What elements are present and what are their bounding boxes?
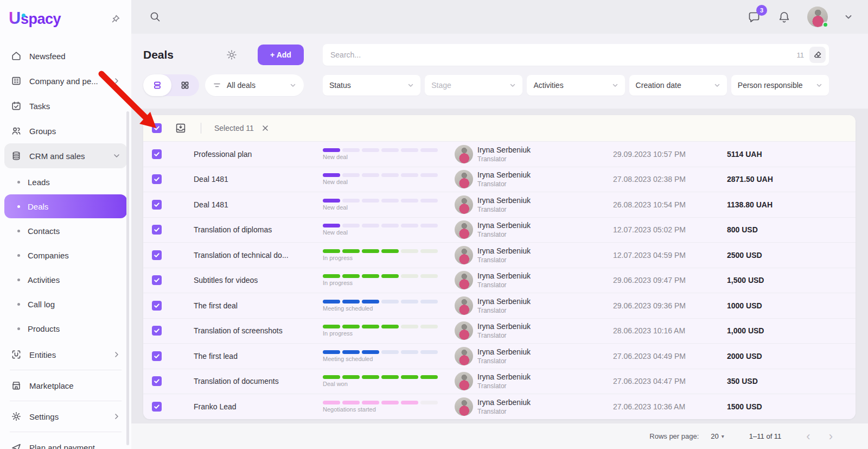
row-checkbox[interactable] — [152, 326, 162, 336]
sidebar-item-products[interactable]: Products — [4, 317, 127, 340]
deal-amount: 1000 USD — [727, 301, 856, 310]
sidebar-item-settings[interactable]: Settings — [4, 404, 127, 429]
sidebar-item-activities[interactable]: Activities — [4, 268, 127, 292]
person-role: Translator — [477, 256, 613, 264]
person-role: Translator — [477, 206, 613, 213]
responsible-person: Iryna SerbeniukTranslator — [477, 322, 613, 339]
sidebar-item-companies[interactable]: Companies — [4, 243, 127, 267]
stage-segment — [401, 274, 418, 278]
filter-dropdown-activities[interactable]: Activities — [527, 75, 624, 96]
select-all-checkbox[interactable] — [152, 123, 162, 133]
table-row[interactable]: Franko LeadNegotiations startedIryna Ser… — [143, 394, 856, 419]
table-row[interactable]: Translation of technical do...In progres… — [143, 242, 856, 268]
stage-segment — [362, 325, 379, 328]
person-name: Iryna Serbeniuk — [477, 322, 613, 331]
chevron-down-icon[interactable] — [844, 12, 853, 21]
rows-per-page-select[interactable]: 20 ▾ — [711, 432, 724, 440]
uspacy-logo[interactable]: U spacy — [9, 9, 61, 28]
deal-name[interactable]: Translation of technical do... — [185, 251, 314, 260]
next-page-button[interactable]: › — [829, 431, 833, 442]
user-avatar[interactable] — [807, 7, 828, 27]
row-checkbox[interactable] — [152, 149, 162, 159]
sidebar-item-groups[interactable]: Groups — [4, 118, 127, 143]
deal-name[interactable]: Deal 1481 — [185, 200, 314, 209]
row-checkbox[interactable] — [152, 250, 162, 260]
sidebar-item-contacts[interactable]: Contacts — [4, 219, 127, 243]
deal-name[interactable]: Franko Lead — [185, 402, 314, 411]
row-checkbox[interactable] — [152, 402, 162, 412]
view-settings-gear-icon[interactable] — [226, 49, 238, 61]
filter-dropdown-status[interactable]: Status — [323, 75, 420, 96]
chat-icon[interactable]: 3 — [747, 10, 761, 24]
kanban-view-button[interactable] — [171, 74, 200, 96]
bell-icon[interactable] — [777, 10, 791, 24]
stage-segment — [381, 274, 399, 278]
sidebar-item-crm-and-sales[interactable]: CRM and sales — [4, 143, 127, 168]
filter-dropdown-person-responsible[interactable]: Person responsible — [731, 75, 829, 96]
sidebar-item-plan-and-payment[interactable]: Plan and payment — [4, 435, 127, 449]
filter-dropdowns: StatusStageActivitiesCreation datePerson… — [323, 75, 829, 96]
list-view-button[interactable] — [143, 74, 171, 96]
deal-stage: In progress — [314, 325, 455, 337]
saved-view-dropdown[interactable]: All deals — [205, 74, 304, 96]
deal-name[interactable]: The first deal — [185, 301, 314, 310]
search-icon[interactable] — [149, 10, 162, 23]
sidebar-item-call-log[interactable]: Call log — [4, 292, 127, 316]
filter-dropdown-creation-date[interactable]: Creation date — [629, 75, 727, 96]
stage-segment — [381, 199, 399, 203]
table-row[interactable]: Translation of screenshotsIn progressIry… — [143, 318, 856, 344]
entities-icon — [11, 349, 22, 360]
sidebar-item-marketplace[interactable]: Marketplace — [4, 373, 127, 398]
clear-selection-close-icon[interactable] — [261, 124, 269, 132]
previous-page-button[interactable]: ‹ — [806, 431, 810, 442]
deal-name[interactable]: Translation of documents — [185, 377, 314, 385]
table-row[interactable]: Deal 1481New dealIryna SerbeniukTranslat… — [143, 192, 856, 217]
filter-dropdown-stage[interactable]: Stage — [425, 75, 522, 96]
crm-icon — [11, 150, 22, 161]
table-row[interactable]: The first leadMeeting scheduledIryna Ser… — [143, 343, 856, 369]
deal-name[interactable]: Professional plan — [185, 150, 314, 159]
deal-name[interactable]: Translation of diplomas — [185, 225, 314, 234]
export-download-icon[interactable] — [175, 122, 187, 134]
marketplace-icon — [11, 380, 22, 391]
stage-segment — [323, 325, 340, 328]
row-checkbox[interactable] — [152, 174, 162, 184]
sidebar-scrollbar[interactable] — [126, 111, 129, 445]
stage-segment — [362, 401, 379, 404]
table-row[interactable]: Translation of diplomasNew dealIryna Ser… — [143, 217, 856, 243]
page-title: Deals — [143, 48, 174, 61]
sidebar-item-leads[interactable]: Leads — [4, 170, 127, 194]
table-row[interactable]: Translation of documentsDeal wonIryna Se… — [143, 369, 856, 394]
sidebar-item-tasks[interactable]: Tasks — [4, 93, 127, 118]
stage-label: New deal — [323, 154, 455, 160]
sidebar-item-newsfeed[interactable]: Newsfeed — [4, 43, 127, 68]
row-checkbox[interactable] — [152, 351, 162, 361]
deal-amount: 2871.50 UAH — [727, 175, 856, 184]
creation-date: 26.08.2023 10:54 PM — [613, 200, 727, 209]
stage-label: Meeting scheduled — [323, 356, 455, 362]
deal-name[interactable]: Subtitles for videos — [185, 276, 314, 284]
pin-sidebar-icon[interactable] — [111, 13, 122, 24]
deal-name[interactable]: The first lead — [185, 352, 314, 361]
chevron-right-icon — [113, 351, 120, 358]
sidebar-item-company-and-people[interactable]: Company and pe... — [4, 68, 127, 93]
clear-search-eraser-icon[interactable] — [809, 47, 826, 63]
row-checkbox[interactable] — [152, 301, 162, 311]
row-checkbox[interactable] — [152, 275, 162, 285]
row-checkbox[interactable] — [152, 225, 162, 235]
add-deal-button[interactable]: + Add — [258, 45, 304, 65]
search-input[interactable] — [330, 50, 797, 59]
person-name: Iryna Serbeniuk — [477, 347, 613, 356]
table-row[interactable]: Professional planNew dealIryna Serbeniuk… — [143, 141, 856, 167]
stage-segment — [323, 300, 340, 303]
sidebar-item-deals[interactable]: Deals — [4, 194, 127, 218]
row-checkbox[interactable] — [152, 200, 162, 210]
sidebar-item-entities[interactable]: Entities — [4, 342, 127, 367]
table-row[interactable]: The first dealMeeting scheduledIryna Ser… — [143, 293, 856, 318]
table-row[interactable]: Subtitles for videosIn progressIryna Ser… — [143, 268, 856, 293]
row-checkbox[interactable] — [152, 376, 162, 386]
deal-name[interactable]: Translation of screenshots — [185, 326, 314, 335]
deal-name[interactable]: Deal 1481 — [185, 175, 314, 184]
table-row[interactable]: Deal 1481New dealIryna SerbeniukTranslat… — [143, 167, 856, 192]
person-role: Translator — [477, 357, 613, 365]
